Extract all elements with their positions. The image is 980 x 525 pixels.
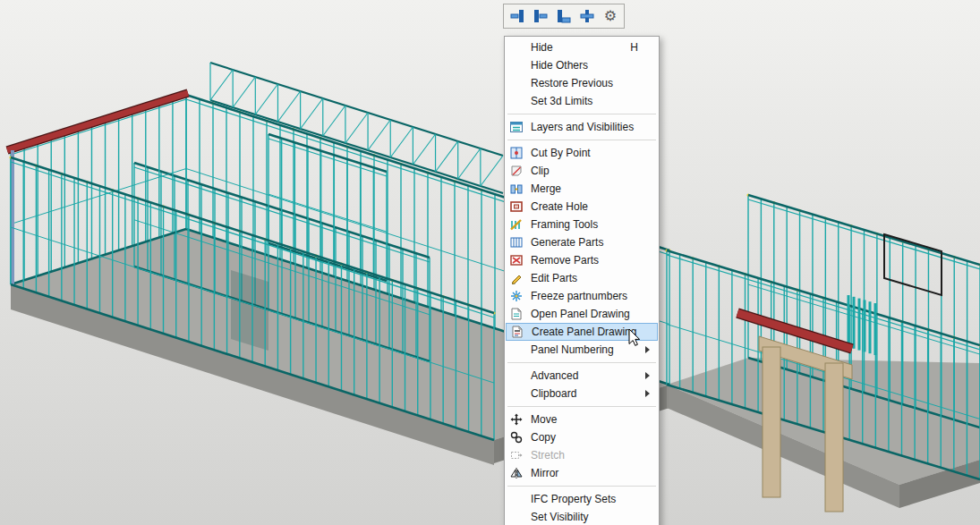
menu-item-clipboard[interactable]: Clipboard xyxy=(506,385,658,402)
generate-parts-icon xyxy=(509,235,527,250)
settings-button[interactable]: ⚙ xyxy=(599,5,622,27)
framing-tools-icon xyxy=(509,217,527,232)
menu-item-stretch[interactable]: Stretch xyxy=(506,446,658,464)
submenu-arrow-icon xyxy=(645,390,650,397)
move-icon xyxy=(509,412,527,427)
menu-item-layers-and-visibilities[interactable]: Layers and Visibilities xyxy=(506,118,658,136)
menu-item-cut-by-point[interactable]: Cut By Point xyxy=(506,144,658,162)
empty-icon-gutter xyxy=(509,386,527,401)
panel-tool-right-icon xyxy=(532,7,550,25)
app-window: { "app": { "background_top": "#f1f1ef", … xyxy=(0,0,980,525)
menu-item-framing-tools[interactable]: Framing Tools xyxy=(506,216,658,233)
mini-toolbar: ⚙ xyxy=(503,4,625,29)
menu-separator xyxy=(505,136,659,144)
menu-item-set-visibility[interactable]: Set Visibility xyxy=(506,508,658,525)
panel-tool-cross-icon xyxy=(578,7,596,25)
menu-item-create-hole[interactable]: Create Hole xyxy=(506,198,658,216)
panel-tool-corner-button[interactable] xyxy=(552,5,575,27)
stretch-icon xyxy=(509,448,527,462)
submenu-arrow-icon xyxy=(645,346,650,353)
menu-item-freeze-partnumbers[interactable]: Freeze partnumbers xyxy=(506,287,658,305)
menu-shortcut: H xyxy=(630,41,638,54)
cut-by-point-icon xyxy=(509,146,527,160)
framing-model-rendering xyxy=(0,0,980,525)
create-hole-icon xyxy=(509,199,527,214)
edit-parts-icon xyxy=(509,271,527,285)
menu-item-edit-parts[interactable]: Edit Parts xyxy=(506,269,658,287)
remove-parts-icon xyxy=(509,253,527,267)
menu-item-advanced[interactable]: Advanced xyxy=(506,367,658,385)
menu-item-set-3d-limits[interactable]: Set 3d Limits xyxy=(506,92,658,110)
submenu-arrow-icon xyxy=(645,372,650,379)
panel-tool-left-icon xyxy=(508,7,526,25)
empty-icon-gutter xyxy=(509,368,527,383)
context-menu: Hide H Hide Others Restore Previous Set … xyxy=(504,36,660,525)
menu-item-hide-others[interactable]: Hide Others xyxy=(506,56,658,74)
menu-separator xyxy=(505,402,659,411)
settings-gear-icon: ⚙ xyxy=(601,7,619,25)
mirror-icon xyxy=(509,466,527,480)
open-panel-drawing-icon xyxy=(509,307,527,321)
empty-icon-gutter xyxy=(509,76,527,90)
empty-icon-gutter xyxy=(509,510,527,524)
clip-icon xyxy=(509,164,527,178)
merge-icon xyxy=(509,182,527,196)
freeze-partnumbers-icon xyxy=(509,289,527,303)
menu-item-copy[interactable]: Copy xyxy=(506,428,658,446)
panel-tool-cross-button[interactable] xyxy=(575,5,599,27)
empty-icon-gutter xyxy=(509,343,527,357)
panel-tool-corner-icon xyxy=(555,7,573,25)
empty-icon-gutter xyxy=(509,94,527,108)
empty-icon-gutter xyxy=(509,492,527,506)
menu-separator xyxy=(505,359,659,367)
menu-item-ifc-property-sets[interactable]: IFC Property Sets xyxy=(506,490,658,508)
menu-item-hide[interactable]: Hide H xyxy=(506,38,658,56)
cursor-pointer xyxy=(628,328,641,347)
empty-icon-gutter xyxy=(509,58,527,72)
menu-item-restore-previous[interactable]: Restore Previous xyxy=(506,74,658,92)
menu-item-move[interactable]: Move xyxy=(506,411,658,428)
menu-separator xyxy=(505,482,659,490)
3d-model-viewport[interactable] xyxy=(0,0,980,525)
copy-icon xyxy=(509,430,527,445)
menu-item-clip[interactable]: Clip xyxy=(506,162,658,180)
layers-icon xyxy=(509,120,527,134)
menu-item-generate-parts[interactable]: Generate Parts xyxy=(506,233,658,251)
menu-item-merge[interactable]: Merge xyxy=(506,180,658,198)
panel-tool-left-button[interactable] xyxy=(506,5,529,27)
menu-separator xyxy=(505,110,659,118)
panel-tool-right-button[interactable] xyxy=(529,5,552,27)
svg-text:⚙: ⚙ xyxy=(604,8,617,23)
menu-item-remove-parts[interactable]: Remove Parts xyxy=(506,251,658,269)
menu-item-open-panel-drawing[interactable]: Open Panel Drawing xyxy=(506,305,658,323)
empty-icon-gutter xyxy=(509,40,527,55)
create-panel-drawing-icon xyxy=(510,325,528,339)
menu-item-mirror[interactable]: Mirror xyxy=(506,464,658,482)
